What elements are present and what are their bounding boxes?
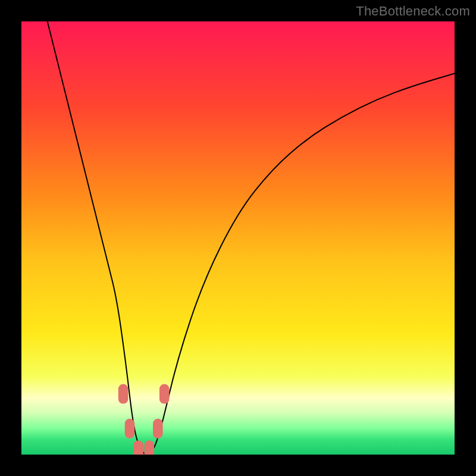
curve-marker bbox=[153, 419, 163, 439]
curve-marker bbox=[125, 419, 135, 439]
watermark-text: TheBottleneck.com bbox=[356, 4, 470, 19]
curve-marker bbox=[118, 384, 129, 404]
plot-area bbox=[21, 21, 455, 455]
curve-marker bbox=[133, 440, 143, 455]
gradient-background bbox=[21, 21, 455, 455]
bottleneck-chart-svg bbox=[21, 21, 455, 455]
curve-marker bbox=[145, 440, 155, 455]
curve-marker bbox=[159, 384, 170, 404]
